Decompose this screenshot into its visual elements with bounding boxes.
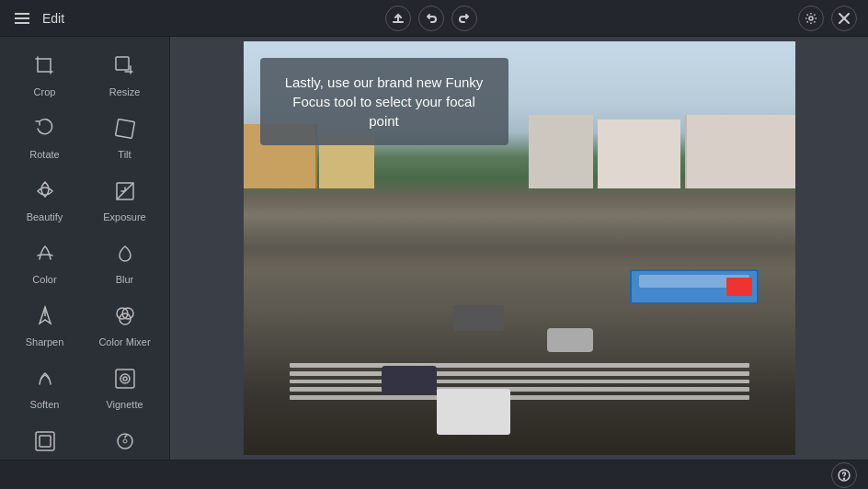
blur-label: Blur bbox=[116, 274, 134, 285]
color-mixer-icon bbox=[108, 300, 142, 333]
image-container: Lastly, use our brand new Funky Focus to… bbox=[244, 41, 795, 455]
tilt-icon bbox=[108, 112, 142, 145]
sidebar-item-blur[interactable]: Blur bbox=[86, 230, 164, 290]
sidebar-item-resize[interactable]: Resize bbox=[86, 42, 164, 103]
tooltip-text: Lastly, use our brand new Funky Focus to… bbox=[285, 74, 484, 129]
svg-point-11 bbox=[123, 377, 127, 381]
top-bar: Edit bbox=[0, 0, 868, 37]
sidebar-item-vignette[interactable]: Vignette bbox=[86, 355, 164, 415]
bottom-bar bbox=[0, 460, 868, 489]
sidebar-item-soften[interactable]: Soften bbox=[6, 355, 84, 415]
rotate-icon bbox=[29, 112, 62, 145]
svg-rect-13 bbox=[40, 436, 51, 447]
blur-edges-icon bbox=[29, 425, 62, 458]
sidebar-item-crop[interactable]: Crop bbox=[6, 42, 84, 103]
tooltip-overlay: Lastly, use our brand new Funky Focus to… bbox=[260, 58, 508, 145]
tools-grid: Crop Resize Rotate Tilt bbox=[0, 37, 169, 460]
color-icon bbox=[29, 237, 62, 270]
crop-icon bbox=[29, 50, 62, 83]
sidebar-item-color[interactable]: Color bbox=[6, 230, 84, 290]
close-button[interactable] bbox=[831, 6, 857, 31]
vignette-icon bbox=[108, 362, 142, 395]
rotate-label: Rotate bbox=[29, 149, 59, 160]
top-bar-left: Edit bbox=[11, 9, 64, 28]
sidebar-item-color-mixer[interactable]: Color Mixer bbox=[86, 292, 164, 353]
settings-button[interactable] bbox=[798, 6, 824, 31]
svg-rect-12 bbox=[36, 432, 54, 450]
soften-icon bbox=[29, 362, 62, 395]
main-content: Crop Resize Rotate Tilt bbox=[0, 37, 868, 460]
exposure-label: Exposure bbox=[103, 211, 145, 222]
color-mixer-label: Color Mixer bbox=[98, 336, 150, 347]
svg-point-10 bbox=[120, 374, 130, 383]
resize-label: Resize bbox=[109, 86, 141, 97]
upload-button[interactable] bbox=[385, 6, 411, 31]
exposure-icon bbox=[108, 175, 142, 208]
sidebar-item-exposure[interactable]: Exposure bbox=[86, 167, 164, 228]
sidebar-item-smoothing[interactable]: Smoothing bbox=[86, 417, 164, 460]
color-label: Color bbox=[32, 274, 56, 285]
sidebar-item-rotate[interactable]: Rotate bbox=[6, 105, 84, 165]
tilt-label: Tilt bbox=[118, 149, 131, 160]
sidebar: Crop Resize Rotate Tilt bbox=[0, 37, 170, 460]
top-bar-center bbox=[385, 6, 477, 31]
svg-rect-9 bbox=[116, 370, 134, 388]
blur-icon bbox=[108, 237, 142, 270]
svg-rect-2 bbox=[115, 119, 134, 139]
canvas-area: Lastly, use our brand new Funky Focus to… bbox=[170, 37, 868, 460]
beautify-label: Beautify bbox=[27, 211, 63, 222]
sidebar-item-sharpen[interactable]: Sharpen bbox=[6, 292, 84, 353]
redo-button[interactable] bbox=[451, 6, 477, 31]
help-button[interactable] bbox=[831, 462, 857, 488]
beautify-icon bbox=[29, 175, 62, 208]
svg-rect-1 bbox=[116, 57, 129, 70]
smoothing-icon bbox=[108, 425, 142, 458]
hamburger-menu-button[interactable] bbox=[11, 9, 33, 28]
vignette-label: Vignette bbox=[106, 399, 143, 410]
sidebar-item-blur-edges[interactable]: Blur Edges bbox=[6, 417, 84, 460]
sharpen-label: Sharpen bbox=[26, 336, 64, 347]
soften-label: Soften bbox=[30, 399, 60, 410]
resize-icon bbox=[108, 50, 142, 83]
svg-point-21 bbox=[844, 478, 845, 479]
top-bar-right bbox=[798, 6, 857, 31]
undo-button[interactable] bbox=[418, 6, 444, 31]
sharpen-icon bbox=[29, 300, 62, 333]
page-title: Edit bbox=[42, 11, 64, 26]
crop-label: Crop bbox=[34, 86, 56, 97]
sidebar-item-tilt[interactable]: Tilt bbox=[86, 105, 164, 165]
svg-point-0 bbox=[809, 17, 813, 20]
svg-point-15 bbox=[123, 439, 127, 443]
sidebar-item-beautify[interactable]: Beautify bbox=[6, 167, 84, 228]
